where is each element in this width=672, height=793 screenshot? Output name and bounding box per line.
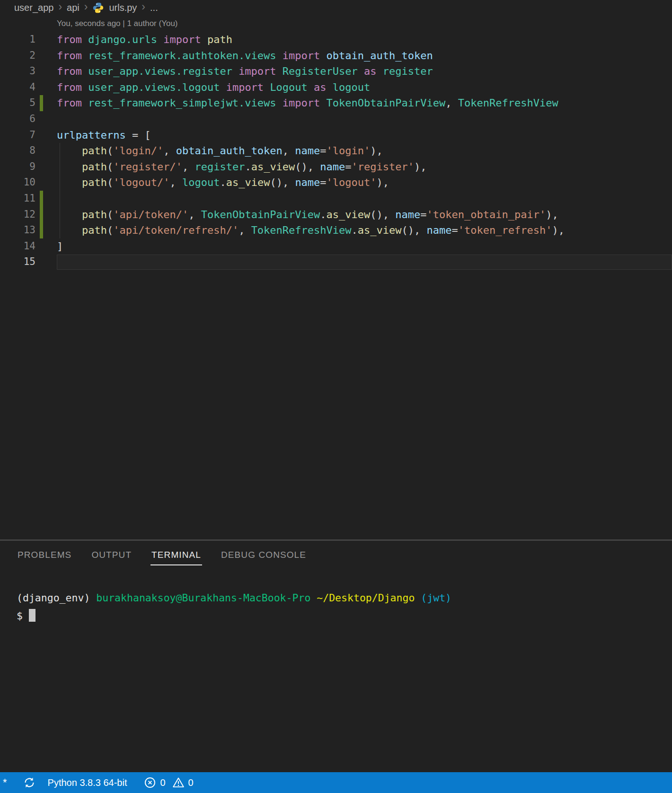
code-text: path('logout/', logout.as_view(), name='…	[57, 175, 389, 191]
line-number: 15	[0, 254, 35, 270]
code-text: from django.urls import path	[57, 32, 232, 48]
warning-count: 0	[188, 777, 194, 788]
code-line[interactable]: 10 path('logout/', logout.as_view(), nam…	[0, 175, 672, 191]
terminal-text-segment: ~/Desktop/Django	[317, 592, 421, 604]
code-line[interactable]: 8 path('login/', obtain_auth_token, name…	[0, 143, 672, 159]
line-number: 12	[0, 207, 35, 223]
line-number: 8	[0, 143, 35, 159]
terminal[interactable]: (django_env) burakhanaksoy@Burakhans-Mac…	[17, 589, 672, 625]
code-line[interactable]: 11	[0, 191, 672, 207]
panel-tab-terminal[interactable]: TERMINAL	[150, 542, 202, 565]
codelens-annotation[interactable]: You, seconds ago | 1 author (You)	[57, 19, 178, 28]
terminal-line1: (django_env) burakhanaksoy@Burakhans-Mac…	[17, 589, 672, 607]
terminal-prompt-line: $	[17, 607, 672, 625]
gutter-added-indicator	[40, 207, 43, 223]
code-line[interactable]: 4from user_app.views.logout import Logou…	[0, 79, 672, 96]
line-number: 4	[0, 79, 35, 96]
status-bar: * Python 3.8.3 64-bit 0 0	[0, 772, 672, 793]
code-line[interactable]: 5from rest_framework_simplejwt.views imp…	[0, 95, 672, 111]
breadcrumb-item-api[interactable]: api	[67, 2, 80, 13]
breadcrumb-item-symbol[interactable]: ...	[150, 2, 158, 13]
terminal-text-segment: (jwt)	[421, 592, 451, 604]
line-number: 3	[0, 63, 35, 79]
sync-icon[interactable]	[23, 776, 35, 789]
panel-tab-debug-console[interactable]: DEBUG CONSOLE	[220, 542, 307, 565]
chevron-right-icon: ›	[58, 1, 62, 14]
line-number: 1	[0, 32, 35, 48]
terminal-prompt: $	[17, 610, 23, 622]
line-number: 11	[0, 191, 35, 207]
code-text: path('login/', obtain_auth_token, name='…	[57, 143, 383, 159]
code-line[interactable]: 2from rest_framework.authtoken.views imp…	[0, 48, 672, 64]
code-text: from rest_framework.authtoken.views impo…	[57, 48, 433, 64]
python-interpreter-selector[interactable]: Python 3.8.3 64-bit	[48, 777, 127, 788]
chevron-right-icon: ›	[141, 1, 145, 14]
code-line[interactable]: 7urlpatterns = [	[0, 127, 672, 143]
code-text: from user_app.views.register import Regi…	[57, 63, 433, 79]
problems-summary[interactable]: 0 0	[144, 776, 196, 789]
panel-tab-output[interactable]: OUTPUT	[90, 542, 133, 565]
status-indicator: *	[3, 776, 7, 789]
code-text: urlpatterns = [	[57, 127, 151, 143]
code-text: path('api/token/', TokenObtainPairView.a…	[57, 207, 558, 223]
line-number: 6	[0, 111, 35, 127]
code-line[interactable]: 12 path('api/token/', TokenObtainPairVie…	[0, 207, 672, 223]
line-number: 2	[0, 48, 35, 64]
python-icon	[92, 2, 104, 14]
breadcrumb-item-urls-py[interactable]: urls.py	[109, 2, 137, 13]
terminal-text-segment: burakhanaksoy@Burakhans-MacBook-Pro	[96, 592, 317, 604]
line-number: 14	[0, 238, 35, 255]
current-line-highlight	[57, 255, 672, 270]
line-number: 5	[0, 95, 35, 111]
warning-icon	[172, 776, 185, 789]
panel-tabs: PROBLEMSOUTPUTTERMINALDEBUG CONSOLE	[17, 542, 307, 565]
chevron-right-icon: ›	[84, 1, 88, 14]
code-line[interactable]: 1from django.urls import path	[0, 32, 672, 48]
line-number: 9	[0, 159, 35, 175]
code-text: path('register/', register.as_view(), na…	[57, 159, 427, 175]
line-number: 13	[0, 222, 35, 238]
error-count: 0	[160, 777, 165, 788]
code-text: from rest_framework_simplejwt.views impo…	[57, 95, 558, 111]
code-text: from user_app.views.logout import Logout…	[57, 79, 370, 96]
panel-tab-problems[interactable]: PROBLEMS	[17, 542, 72, 565]
code-text: ]	[57, 238, 63, 255]
error-icon	[144, 776, 156, 789]
terminal-cursor	[29, 609, 35, 622]
vscode-window: user_app › api › urls.py › ... You, seco…	[0, 0, 672, 793]
breadcrumb-item-user-app[interactable]: user_app	[14, 2, 53, 13]
breadcrumb: user_app › api › urls.py › ...	[0, 0, 672, 15]
code-lines: 1from django.urls import path2from rest_…	[0, 32, 672, 270]
code-line[interactable]: 3from user_app.views.register import Reg…	[0, 63, 672, 79]
line-number: 7	[0, 127, 35, 143]
code-line[interactable]: 6	[0, 111, 672, 127]
terminal-text-segment: (django_env)	[17, 592, 96, 604]
code-line[interactable]: 14]	[0, 238, 672, 255]
gutter-added-indicator	[40, 191, 43, 207]
code-line[interactable]: 13 path('api/token/refresh/', TokenRefre…	[0, 222, 672, 238]
line-number: 10	[0, 175, 35, 191]
code-line[interactable]: 9 path('register/', register.as_view(), …	[0, 159, 672, 175]
gutter-added-indicator	[40, 222, 43, 238]
code-text: path('api/token/refresh/', TokenRefreshV…	[57, 222, 565, 238]
gutter-added-indicator	[40, 95, 43, 111]
panel-divider[interactable]	[0, 539, 672, 541]
code-line[interactable]: 15	[0, 254, 672, 270]
indent-guide	[60, 191, 60, 207]
